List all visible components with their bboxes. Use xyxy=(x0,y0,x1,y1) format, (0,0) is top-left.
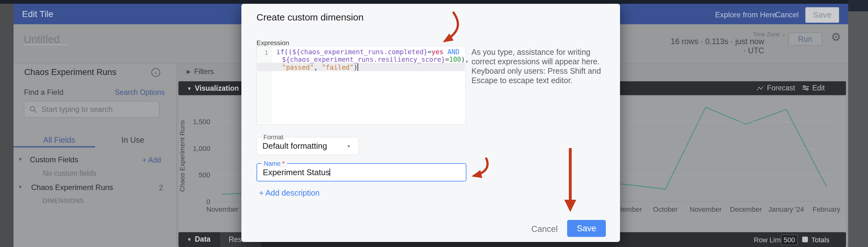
dimmed-background-right xyxy=(848,0,868,247)
tab-all-fields[interactable]: All Fields xyxy=(40,135,78,145)
sidebar-title: Chaos Experiment Runs xyxy=(24,67,117,77)
y-axis-title: Chaos Experiment Runs xyxy=(179,104,187,208)
modal-save-button[interactable]: Save xyxy=(567,220,606,237)
modal-title: Create custom dimension xyxy=(256,12,364,23)
code-line: if((${chaos_experiment_runs.completed}=y… xyxy=(276,48,460,56)
editor-gutter: 1 xyxy=(257,46,272,124)
tile-title-underline xyxy=(24,45,67,45)
forecast-label: Forecast xyxy=(767,84,795,92)
totals-label: Totals xyxy=(811,236,829,244)
search-icon xyxy=(29,106,37,113)
expression-editor[interactable]: 1 if((${chaos_experiment_runs.completed}… xyxy=(256,46,466,125)
add-custom-field-button[interactable]: + Add xyxy=(142,156,161,164)
edit-viz-button[interactable]: Edit xyxy=(802,84,825,92)
text-cursor xyxy=(330,169,330,176)
row-limit-input[interactable] xyxy=(781,235,798,245)
tab-in-use[interactable]: In Use xyxy=(114,135,152,145)
save-button-top[interactable]: Save xyxy=(805,7,839,23)
create-custom-dimension-modal: Create custom dimension Expression 1 if(… xyxy=(241,4,620,242)
no-custom-fields-text: No custom fields xyxy=(43,169,96,178)
tile-title-input[interactable]: Untitled xyxy=(24,33,60,45)
format-value: Default formatting xyxy=(262,137,327,155)
view-section-chaos-experiment-runs[interactable]: Chaos Experiment Runs xyxy=(31,183,113,192)
view-field-count-badge: 2 xyxy=(159,183,163,192)
dimensions-heading: DIMENSIONS xyxy=(42,197,84,204)
forecast-button[interactable]: Forecast xyxy=(756,84,795,92)
query-stats: 16 rows · 0.113s · just now · UTC xyxy=(670,37,764,55)
data-label[interactable]: Data xyxy=(195,235,211,244)
visualization-label[interactable]: Visualization xyxy=(195,84,239,92)
run-button[interactable]: Run xyxy=(788,32,822,46)
find-a-field-label: Find a Field xyxy=(24,88,63,97)
expression-label: Expression xyxy=(256,39,289,47)
totals-checkbox[interactable] xyxy=(802,237,808,242)
assist-text: As you type, assistance for writing corr… xyxy=(471,47,603,85)
row-limit-label: Row Limit xyxy=(754,236,784,244)
edit-viz-label: Edit xyxy=(812,84,825,92)
cancel-button-top[interactable]: Cancel xyxy=(775,10,799,19)
gear-icon[interactable]: ⚙ xyxy=(831,31,841,43)
dropdown-caret-icon: ▼ xyxy=(346,144,351,149)
chevron-down-icon[interactable]: ▾ xyxy=(188,85,191,92)
chevron-right-icon[interactable]: ▶ xyxy=(187,68,191,75)
name-input[interactable]: Experiment Status xyxy=(263,164,330,181)
field-search-input[interactable] xyxy=(40,102,155,117)
add-description-link[interactable]: + Add description xyxy=(259,188,320,197)
active-tab-underline xyxy=(13,146,95,147)
forecast-icon xyxy=(756,85,764,91)
code-line: ${chaos_experiment_runs.resiliency_score… xyxy=(282,56,469,63)
filters-section[interactable]: Filters xyxy=(194,67,214,76)
modal-cancel-button[interactable]: Cancel xyxy=(526,224,563,234)
dialog-title: Edit Tile xyxy=(22,9,54,19)
line-number: 1 xyxy=(257,49,268,56)
time-zone-dropdown[interactable]: Time Zone ⌄ xyxy=(753,31,786,38)
dimmed-background-right-top xyxy=(848,0,868,11)
chevron-down-icon[interactable]: ▾ xyxy=(19,156,22,163)
name-field[interactable]: Name * Experiment Status xyxy=(256,163,466,182)
screen: Edit Tile Explore from Here Cancel Save … xyxy=(0,0,868,247)
chevron-down-icon[interactable]: ▾ xyxy=(188,236,191,243)
browser-chrome-strip xyxy=(0,0,868,4)
sliders-icon xyxy=(802,85,809,91)
explore-from-here-button[interactable]: Explore from Here xyxy=(715,10,776,19)
search-options-link[interactable]: Search Options xyxy=(115,88,165,97)
code-line: "passed", "failed") xyxy=(282,63,358,71)
text-cursor xyxy=(358,63,358,71)
format-select[interactable]: Format Default formatting ▼ xyxy=(256,137,359,155)
field-search-box xyxy=(24,101,159,117)
field-picker-sidebar: Chaos Experiment Runs ‹ Find a Field Sea… xyxy=(13,64,177,247)
chevron-down-icon[interactable]: ▾ xyxy=(19,184,22,190)
collapse-sidebar-icon[interactable]: ‹ xyxy=(151,68,160,77)
custom-fields-section[interactable]: Custom Fields xyxy=(30,155,78,164)
